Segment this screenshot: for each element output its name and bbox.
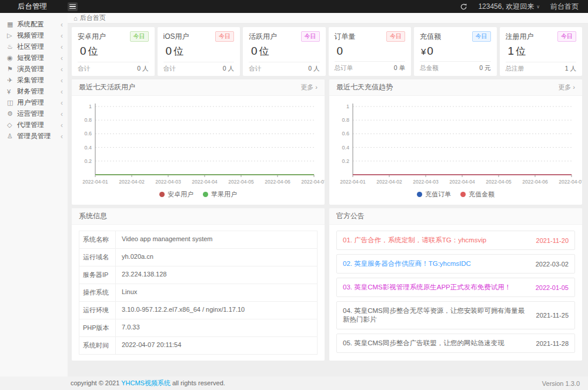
sidebar-item[interactable]: ◫ 用户管理 ‹ [0,97,68,108]
legend-dot-icon [460,192,466,197]
system-info-value: 7.0.33 [116,319,317,336]
system-info-label: 服务器IP [79,266,116,284]
hamburger-menu-icon[interactable] [68,2,78,11]
stat-card-label: 注册用户 [506,32,534,42]
chevron-left-icon: ‹ [61,21,63,29]
sidebar-item[interactable]: ◇ 代理管理 ‹ [0,119,68,131]
copyright-text: copyright © 2021 YHCMS视频系统 all rights re… [71,379,225,388]
page-footer: copyright © 2021 YHCMS视频系统 all rights re… [0,376,588,390]
sidebar-item[interactable]: ♙ 管理员管理 ‹ [0,131,68,142]
svg-text:0.4: 0.4 [84,145,92,151]
today-badge: 今日 [472,31,491,42]
frontend-home-link[interactable]: 前台首页 [550,2,579,12]
announcement-text: 05. 英皇CMS同步整合广告联盟，让您的网站急速变现 [343,339,505,348]
legend-item[interactable]: 苹果用户 [203,190,237,199]
system-info-label: PHP版本 [79,319,116,336]
more-link[interactable]: 更多 › [300,83,318,92]
sidebar-item[interactable]: ♨ 社区管理 ‹ [0,41,68,52]
sidebar-item[interactable]: ⚑ 演员管理 ‹ [0,64,68,75]
system-info-panel: 系统信息 系统名称 Video app management system 运行… [72,208,325,361]
table-row: 操作系统 Linux [79,284,317,302]
system-info-value: Video app management system [116,231,317,248]
stat-card-label: 订单量 [335,32,356,42]
announcement-item[interactable]: 02. 英皇服务器合作供应商！TG:yhcmsIDC 2022-03-02 [336,254,575,274]
operations-icon: ⚙ [7,110,17,118]
panel-title: 系统信息 [79,211,107,221]
stat-card: iOS用户 今日 0位 合计 0 人 [158,27,240,76]
stat-card-value: ¥0 [421,45,491,58]
sidebar-item-label: 采集管理 [17,76,61,85]
chevron-left-icon: ‹ [61,88,63,96]
svg-text:1: 1 [346,104,349,109]
legend-item[interactable]: 充值订单 [417,190,451,199]
active-users-chart-panel: 最近七天活跃用户 更多 › 0.20.40.60.812022-04-01202… [72,79,325,205]
announcement-date: 2021-11-20 [536,237,569,244]
svg-text:2022-04-04: 2022-04-04 [192,179,218,185]
sidebar-item[interactable]: ✈ 采集管理 ‹ [0,75,68,86]
sidebar-item[interactable]: ◉ 短视管理 ‹ [0,52,68,64]
stat-card-value: 1位 [507,45,577,58]
agent-icon: ◇ [7,121,17,129]
actor-flag-icon: ⚑ [7,65,17,73]
sidebar-item[interactable]: ⚙ 运营管理 ‹ [0,108,68,119]
chevron-left-icon: ‹ [61,54,63,62]
refresh-icon[interactable] [460,3,467,11]
chevron-left-icon: ‹ [61,32,63,40]
sidebar-item[interactable]: ▦ 系统配置 ‹ [0,19,68,30]
more-link[interactable]: 更多 › [558,83,575,92]
system-info-label: 操作系统 [79,284,116,301]
stat-card: 订单量 今日 0 总订单 0 单 [329,27,412,76]
stat-card-footer-value: 0 人 [308,65,319,73]
system-info-label: 运行域名 [79,249,116,266]
admin-icon: ♙ [7,132,17,140]
announcement-item[interactable]: 01. 广告合作，系统定制，请联系TG：yhcmsvip 2021-11-20 [336,231,575,250]
announcement-item[interactable]: 04. 英皇CMS同步整合无尽等资源，让您安装即可拥有海量最新热门影片 2021… [336,301,575,329]
sidebar-item-label: 用户管理 [17,98,61,107]
breadcrumb-home-label[interactable]: 后台首页 [80,14,106,22]
stat-card: 充值额 今日 ¥0 总金额 0 元 [414,27,497,76]
sidebar-item-label: 社区管理 [17,42,61,51]
stat-card: 活跃用户 今日 0位 合计 0 人 [243,27,326,76]
short-video-icon: ◉ [7,54,17,62]
stat-card-label: 安卓用户 [78,32,106,42]
stat-card: 安卓用户 今日 0位 合计 0 人 [72,27,155,76]
stat-card-value: 0位 [79,45,149,58]
stat-card-footer-label: 总金额 [420,64,439,72]
legend-dot-icon [159,192,165,197]
announcement-item[interactable]: 05. 英皇CMS同步整合广告联盟，让您的网站急速变现 2021-11-28 [336,334,575,353]
legend-item[interactable]: 充值金额 [460,190,495,199]
announcement-item[interactable]: 03. 英皇CMS影视管理系统原生APP正式发布免费试用！ 2022-01-05 [336,278,575,297]
stat-card-label: 充值额 [420,32,441,42]
stat-card-footer-label: 总注册 [506,65,524,73]
brand-link[interactable]: YHCMS视频系统 [121,379,171,386]
stat-card-footer-value: 0 单 [394,64,405,72]
legend-label: 安卓用户 [168,190,193,199]
user-menu[interactable]: 123456, 欢迎回来 ∨ [478,2,540,12]
announcement-list: 01. 广告合作，系统定制，请联系TG：yhcmsvip 2021-11-20 … [336,231,575,353]
table-row: 服务器IP 23.224.138.128 [79,266,317,284]
recharge-trend-chart-panel: 最近七天充值趋势 更多 › 0.20.40.60.812022-04-01202… [329,79,582,205]
today-badge: 今日 [215,31,234,42]
svg-text:0.4: 0.4 [342,145,349,151]
announcement-text: 04. 英皇CMS同步整合无尽等资源，让您安装即可拥有海量最新热门影片 [343,306,530,324]
legend-item[interactable]: 安卓用户 [159,190,193,199]
announcement-date: 2022-03-02 [536,261,569,268]
sidebar-item-label: 财务管理 [17,87,61,96]
stat-card-value: 0 [336,45,406,58]
legend-label: 充值订单 [425,190,451,199]
sidebar-item[interactable]: ▷ 视频管理 ‹ [0,30,68,41]
sidebar-item[interactable]: ¥ 财务管理 ‹ [0,86,68,97]
sidebar-item-label: 演员管理 [17,65,61,74]
collect-icon: ✈ [7,76,17,84]
chevron-left-icon: ‹ [61,110,63,118]
stat-card-footer-label: 合计 [78,65,90,73]
recharge-trend-line-chart: 0.20.40.60.812022-04-012022-04-022022-04… [334,101,577,189]
table-row: 系统名称 Video app management system [79,231,317,249]
system-info-value: yh.020a.cn [116,249,317,266]
announcement-date: 2021-11-28 [536,340,569,347]
svg-text:0.8: 0.8 [84,117,92,123]
system-info-label: 运行环境 [79,302,116,319]
stat-card-label: 活跃用户 [249,32,277,42]
svg-text:0.6: 0.6 [342,131,349,136]
stat-card-footer-label: 合计 [249,65,261,73]
